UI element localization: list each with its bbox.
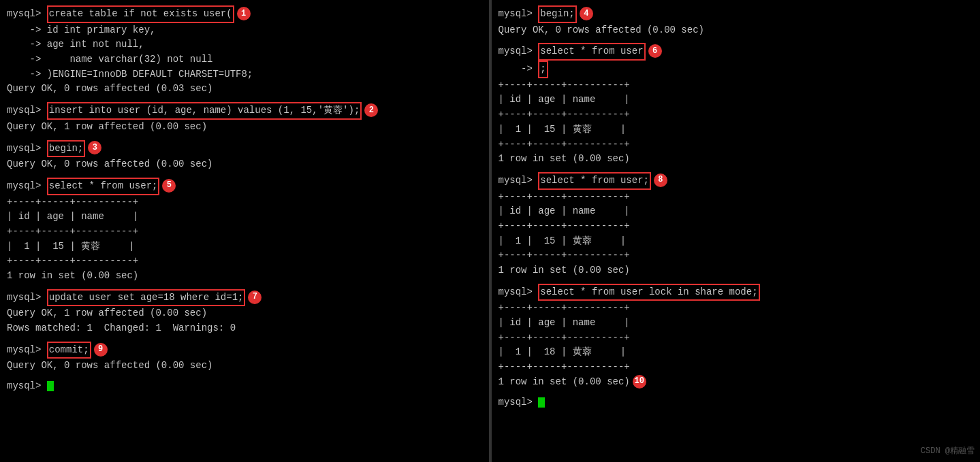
command-highlight: select * from user lock in share mode;	[538, 284, 759, 301]
table-line: +----+-----+----------+	[7, 225, 482, 240]
table-line: +----+-----+----------+	[499, 137, 974, 152]
table-line: +----+-----+----------+	[7, 254, 482, 269]
table-line: +----+-----+----------+	[499, 301, 974, 316]
table-line: | 1 | 15 | 黄蓉 |	[499, 234, 974, 249]
command-highlight-part1: select * from user	[538, 43, 645, 61]
table-line: | 1 | 15 | 黄蓉 |	[499, 122, 974, 137]
table-line: | id | age | name |	[499, 93, 974, 108]
terminal-line: Query OK, 0 rows affected (0.00 sec)	[7, 157, 482, 172]
terminal-line: -> age int not null,	[7, 37, 482, 52]
step-badge-5: 5	[162, 179, 176, 193]
command-highlight: select * from user;	[538, 172, 651, 190]
table-line: +----+-----+----------+	[499, 331, 974, 346]
terminal-line: 1 row in set (0.00 sec)	[499, 152, 974, 167]
terminal-line: Query OK, 0 rows affected (0.03 sec)	[7, 82, 482, 97]
left-panel: mysql> create table if not exists user(1…	[0, 0, 489, 462]
command-highlight: begin;	[538, 5, 576, 23]
step-badge-9: 9	[94, 343, 108, 357]
command-highlight: insert into user (id, age, name) values …	[47, 102, 362, 120]
command-line: mysql> insert into user (id, age, name) …	[7, 102, 482, 120]
command-highlight: select * from user;	[47, 178, 160, 195]
command-line: mysql> begin;3	[7, 140, 482, 158]
command-line: mysql> select * from user;5	[7, 178, 482, 195]
command-highlight: create table if not exists user(	[47, 5, 234, 23]
terminal-line-badge: 1 row in set (0.00 sec)10	[499, 375, 974, 390]
terminal-line: 1 row in set (0.00 sec)	[499, 263, 974, 278]
watermark: CSDN @精融雪	[921, 445, 975, 457]
table-line: | id | age | name |	[499, 316, 974, 331]
step-badge-7: 7	[248, 291, 262, 304]
terminal-line: -> id int primary key,	[7, 23, 482, 38]
step-badge-1: 1	[237, 7, 251, 20]
cursor	[538, 397, 545, 408]
table-line: +----+-----+----------+	[499, 78, 974, 93]
command-highlight: update user set age=18 where id=1;	[47, 289, 246, 307]
step-badge-6: 6	[648, 44, 662, 58]
command-line: mysql> create table if not exists user(1	[7, 5, 482, 23]
command-line-cont: -> ;	[499, 61, 974, 78]
cursor-line: mysql>	[499, 395, 974, 410]
terminal-line: Query OK, 0 rows affected (0.00 sec)	[7, 359, 482, 374]
table-line: +----+-----+----------+	[499, 219, 974, 234]
command-highlight-part2: ;	[538, 61, 548, 78]
command-line: mysql> select * from user lock in share …	[499, 284, 974, 301]
table-line: | 1 | 18 | 黄蓉 |	[499, 345, 974, 360]
table-line: +----+-----+----------+	[499, 190, 974, 205]
terminal-line: Query OK, 1 row affected (0.00 sec)	[7, 306, 482, 321]
command-line: mysql> begin;4	[499, 5, 974, 23]
command-highlight: commit;	[47, 342, 91, 359]
table-line: +----+-----+----------+	[499, 360, 974, 375]
command-line: mysql> update user set age=18 where id=1…	[7, 289, 482, 307]
terminal-line: Query OK, 1 row affected (0.00 sec)	[7, 120, 482, 135]
terminal-line: Query OK, 0 rows affected (0.00 sec)	[499, 23, 974, 38]
table-line: +----+-----+----------+	[499, 108, 974, 122]
table-line: +----+-----+----------+	[7, 195, 482, 210]
right-panel: CSDN @精融雪 mysql> begin;4Query OK, 0 rows…	[492, 0, 981, 462]
command-line: mysql> select * from user;8	[499, 172, 974, 190]
command-line: mysql> commit;9	[7, 342, 482, 359]
command-line: mysql> select * from user6	[499, 43, 974, 61]
step-badge-8: 8	[654, 174, 667, 187]
cursor	[47, 381, 54, 391]
cursor-line: mysql>	[7, 379, 482, 394]
table-line: | id | age | name |	[7, 210, 482, 225]
terminal-line: Rows matched: 1 Changed: 1 Warnings: 0	[7, 321, 482, 336]
table-line: +----+-----+----------+	[499, 248, 974, 263]
terminal-line: 1 row in set (0.00 sec)	[7, 269, 482, 284]
step-badge-4: 4	[580, 7, 593, 20]
terminal-line: -> )ENGINE=InnoDB DEFAULT CHARSET=UTF8;	[7, 67, 482, 82]
step-badge-3: 3	[88, 141, 101, 154]
table-line: | id | age | name |	[499, 204, 974, 219]
step-badge-2: 2	[364, 103, 378, 117]
table-line: | 1 | 15 | 黄蓉 |	[7, 240, 482, 254]
step-badge-10: 10	[633, 375, 646, 389]
command-highlight: begin;	[47, 140, 85, 158]
terminal-line: -> name varchar(32) not null	[7, 52, 482, 67]
